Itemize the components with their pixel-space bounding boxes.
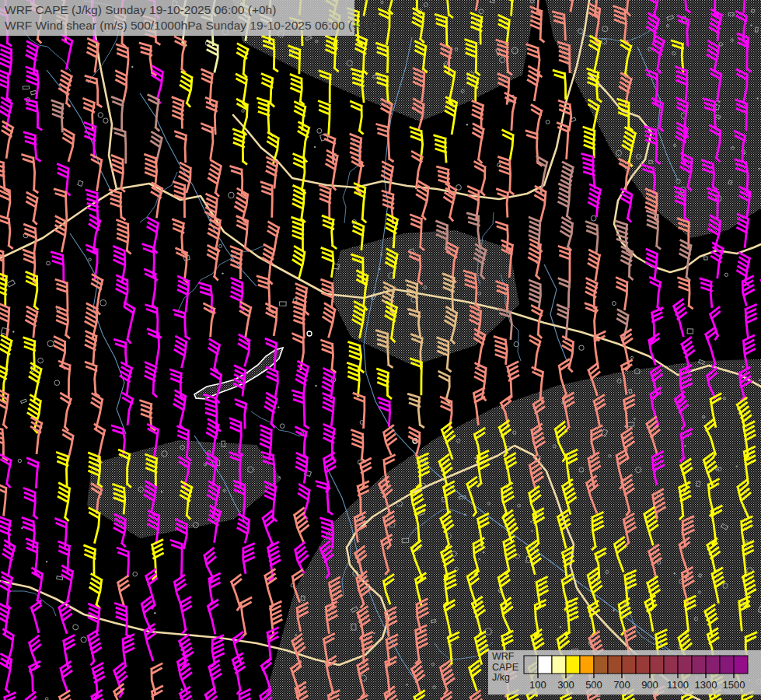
wind-barb	[204, 339, 224, 371]
legend-tick-label: 700	[613, 679, 630, 691]
wind-barb	[200, 548, 224, 581]
wind-barb	[204, 40, 219, 72]
wind-barb	[208, 660, 226, 691]
wind-barb	[175, 656, 197, 692]
wind-barb	[56, 35, 73, 68]
legend-unit-label: J/kg	[492, 673, 518, 684]
wind-barb	[58, 362, 70, 397]
wind-barb	[30, 601, 49, 632]
wind-barb	[292, 508, 314, 543]
wind-barb	[646, 211, 662, 248]
wind-barb	[56, 453, 68, 487]
legend-tick-label: 500	[585, 679, 602, 691]
wind-barb	[707, 243, 724, 277]
wind-barb	[174, 310, 190, 339]
wind-barb	[169, 390, 190, 428]
wind-barb	[353, 394, 365, 428]
wind-barb	[585, 222, 598, 251]
legend-model-label: WRF	[492, 652, 518, 663]
wind-barb	[593, 331, 609, 367]
wind-barb	[86, 155, 102, 190]
wind-barb	[0, 572, 16, 608]
wind-barb	[291, 186, 309, 222]
wind-barb	[289, 75, 305, 104]
wind-barb	[26, 67, 39, 97]
wind-barb	[82, 331, 97, 364]
wind-barb	[741, 276, 757, 305]
legend-color-cell	[720, 656, 734, 674]
wind-barb	[170, 541, 182, 576]
wind-barb	[0, 484, 7, 516]
wind-barb	[294, 453, 309, 482]
legend-tick-label: 900	[641, 679, 658, 691]
river-line	[544, 264, 567, 362]
wind-barb	[435, 135, 446, 163]
wind-barb	[83, 123, 96, 157]
wind-barb	[58, 601, 77, 633]
wind-barb	[56, 279, 68, 310]
wind-barb	[557, 218, 576, 250]
wind-barb	[745, 305, 759, 338]
wind-barb	[351, 430, 366, 461]
wind-barb	[229, 278, 246, 310]
legend-color-cell	[608, 656, 622, 674]
wind-barb	[321, 248, 334, 277]
wind-barb	[171, 97, 183, 128]
wind-barb	[0, 390, 12, 428]
wind-barb	[242, 544, 257, 572]
wind-barb	[176, 597, 197, 633]
wind-barb	[586, 184, 601, 215]
wind-barb	[23, 307, 38, 337]
legend-color-cell	[664, 656, 678, 674]
wind-barb	[261, 182, 273, 216]
wind-barb	[234, 302, 255, 341]
wind-barb	[377, 369, 392, 397]
wind-barb	[526, 105, 543, 134]
wind-barb	[382, 425, 401, 454]
wind-barb	[321, 341, 336, 373]
map-canvas	[0, 0, 761, 700]
wind-barb	[229, 653, 252, 693]
wind-barb	[672, 299, 693, 336]
wind-barb	[647, 278, 665, 310]
wind-barb	[292, 218, 303, 250]
wind-barb	[54, 483, 73, 520]
wind-barb	[499, 130, 514, 159]
wind-barb	[84, 508, 101, 542]
wind-barb	[203, 246, 222, 280]
wind-barb	[470, 162, 489, 195]
wind-barb	[0, 604, 10, 633]
wind-barb	[22, 692, 45, 700]
legend-labels: WRF CAPE J/kg	[492, 652, 518, 684]
wind-barb	[292, 390, 308, 429]
wind-barb	[58, 129, 76, 161]
legend-tick-label: 300	[557, 679, 574, 691]
wind-barb	[143, 625, 163, 660]
cape-legend: 100300500700900110013001500 WRF CAPE J/k…	[488, 650, 761, 695]
wind-barb	[51, 100, 63, 131]
legend-colorbar: 100300500700900110013001500	[488, 650, 761, 695]
wind-barb	[497, 189, 508, 216]
wind-barb	[528, 280, 541, 308]
wind-barb	[115, 604, 130, 637]
wind-barb	[171, 37, 190, 72]
wind-barb	[146, 66, 167, 103]
legend-color-cell	[678, 656, 692, 674]
wind-barb	[293, 303, 304, 338]
wind-barb	[176, 72, 196, 106]
wind-barb	[84, 39, 99, 72]
wind-barb	[234, 335, 251, 366]
wind-barb	[408, 394, 423, 427]
wind-barb	[171, 337, 187, 367]
legend-color-cell	[650, 656, 664, 674]
title-line-2: WRF Wind shear (m/s) 500/1000hPa Sunday …	[5, 18, 354, 33]
wind-barb	[258, 511, 283, 547]
wind-barb	[23, 42, 42, 76]
wind-barb	[55, 71, 75, 106]
legend-color-cell	[580, 656, 594, 674]
wind-barb	[617, 330, 641, 369]
wind-barb	[499, 157, 514, 194]
wind-barb	[288, 247, 305, 278]
wind-barb	[84, 630, 105, 664]
wind-barb	[175, 131, 187, 162]
